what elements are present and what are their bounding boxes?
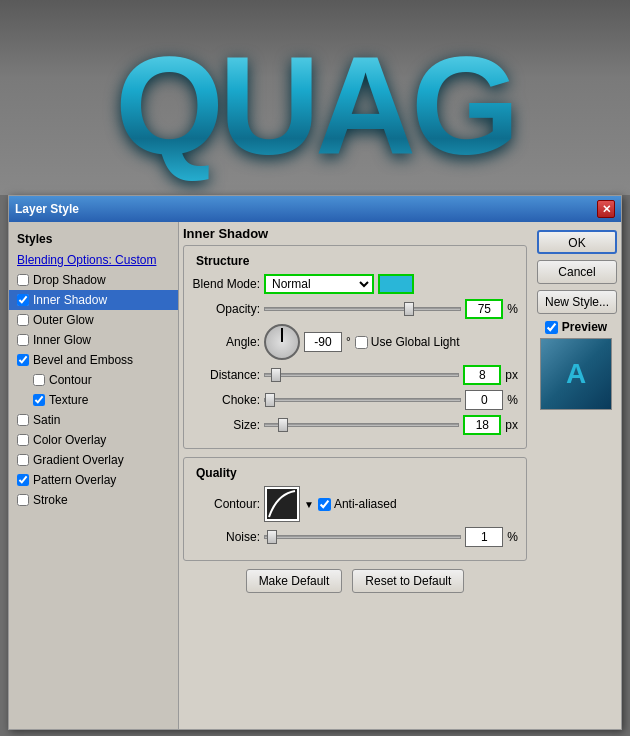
sidebar-item-satin[interactable]: Satin (9, 410, 178, 430)
opacity-label: Opacity: (192, 302, 260, 316)
choke-slider[interactable] (264, 398, 461, 402)
svg-rect-0 (267, 489, 297, 519)
ok-button[interactable]: OK (537, 230, 617, 254)
banner-text: QUAG (115, 25, 515, 187)
inner-glow-checkbox[interactable] (17, 334, 29, 346)
noise-input[interactable] (465, 527, 503, 547)
size-input[interactable] (463, 415, 501, 435)
distance-row: Distance: px (192, 365, 518, 385)
anti-aliased-label[interactable]: Anti-aliased (318, 497, 397, 511)
size-slider[interactable] (264, 423, 459, 427)
opacity-row: Opacity: % (192, 299, 518, 319)
left-panel: Styles Blending Options: Custom Drop Sha… (9, 222, 179, 729)
gradient-overlay-checkbox[interactable] (17, 454, 29, 466)
structure-group: Structure Blend Mode: Normal Multiply Sc… (183, 245, 527, 449)
center-panel: Inner Shadow Structure Blend Mode: Norma… (179, 222, 531, 729)
blend-mode-select[interactable]: Normal Multiply Screen (264, 274, 374, 294)
pattern-overlay-checkbox[interactable] (17, 474, 29, 486)
distance-label: Distance: (192, 368, 260, 382)
preview-section: Preview A (537, 320, 615, 410)
contour-row: Contour: ▼ Anti-aliased (192, 486, 518, 522)
use-global-light-label[interactable]: Use Global Light (355, 335, 460, 349)
stroke-checkbox[interactable] (17, 494, 29, 506)
sidebar-item-contour[interactable]: Contour (9, 370, 178, 390)
distance-slider[interactable] (264, 373, 459, 377)
texture-checkbox[interactable] (33, 394, 45, 406)
new-style-button[interactable]: New Style... (537, 290, 617, 314)
choke-input[interactable] (465, 390, 503, 410)
preview-checkbox[interactable] (545, 321, 558, 334)
angle-dial[interactable] (264, 324, 300, 360)
drop-shadow-checkbox[interactable] (17, 274, 29, 286)
size-label: Size: (192, 418, 260, 432)
inner-shadow-title: Inner Shadow (183, 226, 527, 241)
blend-mode-label: Blend Mode: (192, 277, 260, 291)
size-slider-container (264, 423, 459, 427)
reset-to-default-button[interactable]: Reset to Default (352, 569, 464, 593)
styles-section-title: Styles (9, 228, 178, 250)
opacity-unit: % (507, 302, 518, 316)
sidebar-item-drop-shadow[interactable]: Drop Shadow (9, 270, 178, 290)
color-swatch[interactable] (378, 274, 414, 294)
sidebar-item-stroke[interactable]: Stroke (9, 490, 178, 510)
size-row: Size: px (192, 415, 518, 435)
contour-label: Contour: (192, 497, 260, 511)
layer-style-dialog: Layer Style ✕ Styles Blending Options: C… (8, 195, 622, 730)
choke-unit: % (507, 393, 518, 407)
size-unit: px (505, 418, 518, 432)
preview-thumbnail: A (540, 338, 612, 410)
noise-unit: % (507, 530, 518, 544)
sidebar-item-texture[interactable]: Texture (9, 390, 178, 410)
make-default-button[interactable]: Make Default (246, 569, 343, 593)
contour-svg (267, 489, 297, 519)
outer-glow-checkbox[interactable] (17, 314, 29, 326)
sidebar-item-outer-glow[interactable]: Outer Glow (9, 310, 178, 330)
sidebar-item-color-overlay[interactable]: Color Overlay (9, 430, 178, 450)
contour-dropdown-arrow[interactable]: ▼ (304, 499, 314, 510)
color-overlay-checkbox[interactable] (17, 434, 29, 446)
quality-group: Quality Contour: ▼ An (183, 457, 527, 561)
noise-slider[interactable] (264, 535, 461, 539)
noise-label: Noise: (192, 530, 260, 544)
opacity-input[interactable] (465, 299, 503, 319)
sidebar-item-pattern-overlay[interactable]: Pattern Overlay (9, 470, 178, 490)
buttons-column: OK Cancel New Style... Preview A (531, 222, 621, 729)
angle-line (281, 328, 283, 342)
opacity-slider-container (264, 307, 461, 311)
preview-thumb-text: A (566, 358, 586, 390)
distance-slider-container (264, 373, 459, 377)
quality-title: Quality (196, 466, 518, 480)
noise-slider-container (264, 535, 461, 539)
opacity-slider[interactable] (264, 307, 461, 311)
anti-aliased-checkbox[interactable] (318, 498, 331, 511)
contour-checkbox[interactable] (33, 374, 45, 386)
sidebar-item-inner-shadow[interactable]: Inner Shadow (9, 290, 178, 310)
cancel-button[interactable]: Cancel (537, 260, 617, 284)
distance-unit: px (505, 368, 518, 382)
blend-mode-row: Blend Mode: Normal Multiply Screen (192, 274, 518, 294)
dialog-title: Layer Style (15, 202, 79, 216)
choke-row: Choke: % (192, 390, 518, 410)
inner-shadow-checkbox[interactable] (17, 294, 29, 306)
angle-row: Angle: ° Use Global Light (192, 324, 518, 360)
bottom-buttons: Make Default Reset to Default (183, 569, 527, 593)
close-button[interactable]: ✕ (597, 200, 615, 218)
sidebar-item-blending-options[interactable]: Blending Options: Custom (9, 250, 178, 270)
main-content: Inner Shadow Structure Blend Mode: Norma… (179, 222, 621, 729)
angle-input[interactable] (304, 332, 342, 352)
preview-label[interactable]: Preview (545, 320, 607, 334)
noise-row: Noise: % (192, 527, 518, 547)
banner: QUAG (0, 0, 630, 195)
structure-title: Structure (196, 254, 518, 268)
choke-slider-container (264, 398, 461, 402)
distance-input[interactable] (463, 365, 501, 385)
bevel-emboss-checkbox[interactable] (17, 354, 29, 366)
angle-degrees: ° (346, 335, 351, 349)
sidebar-item-inner-glow[interactable]: Inner Glow (9, 330, 178, 350)
use-global-light-checkbox[interactable] (355, 336, 368, 349)
sidebar-item-bevel-emboss[interactable]: Bevel and Emboss (9, 350, 178, 370)
titlebar: Layer Style ✕ (9, 196, 621, 222)
sidebar-item-gradient-overlay[interactable]: Gradient Overlay (9, 450, 178, 470)
contour-preview[interactable] (264, 486, 300, 522)
satin-checkbox[interactable] (17, 414, 29, 426)
